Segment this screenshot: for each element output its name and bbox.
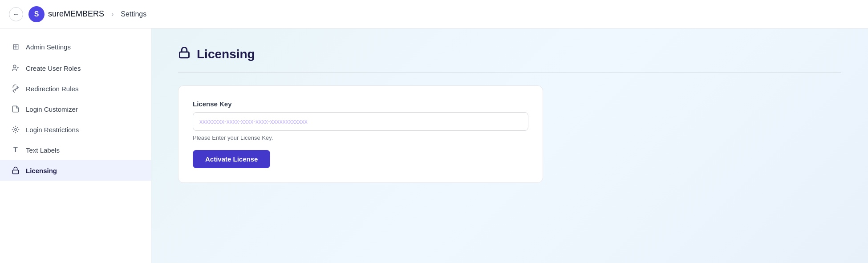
login-restrictions-icon [11, 125, 20, 134]
create-user-roles-icon [11, 64, 20, 72]
page-header-icon [178, 46, 191, 62]
sidebar-label-licensing: Licensing [26, 167, 57, 174]
sidebar-item-admin-settings[interactable]: ⊞ Admin Settings [0, 36, 151, 58]
redirection-rules-icon [11, 85, 20, 93]
sidebar-label-redirection-rules: Redirection Rules [26, 85, 78, 93]
license-card: License Key Please Enter your License Ke… [178, 85, 543, 183]
logo-text: sureMEMBERS [48, 9, 104, 19]
logo-sure: sure [48, 9, 64, 18]
admin-settings-icon: ⊞ [11, 42, 20, 52]
sidebar-item-login-customizer[interactable]: Login Customizer [0, 99, 151, 119]
sidebar-item-login-restrictions[interactable]: Login Restrictions [0, 119, 151, 140]
page-title: Licensing [197, 47, 255, 61]
svg-point-0 [13, 65, 16, 68]
breadcrumb-separator: › [111, 10, 114, 18]
back-button[interactable]: ← [9, 7, 23, 21]
sidebar-item-create-user-roles[interactable]: Create User Roles [0, 58, 151, 78]
activate-license-button[interactable]: Activate License [193, 150, 270, 168]
sidebar-item-licensing[interactable]: Licensing [0, 160, 151, 181]
sidebar-item-redirection-rules[interactable]: Redirection Rules [0, 78, 151, 99]
text-labels-icon: T [11, 146, 20, 154]
header-divider [178, 73, 841, 73]
breadcrumb-page: Settings [121, 10, 146, 18]
logo-members: MEMBERS [64, 9, 104, 18]
sidebar: ⊞ Admin Settings Create User Roles Redir… [0, 28, 151, 263]
logo-area: S sureMEMBERS [28, 6, 104, 22]
sidebar-label-login-restrictions: Login Restrictions [26, 126, 79, 134]
main-content: Licensing License Key Please Enter your … [151, 28, 868, 263]
sidebar-label-login-customizer: Login Customizer [26, 105, 78, 113]
license-key-hint: Please Enter your License Key. [193, 134, 528, 141]
main-layout: ⊞ Admin Settings Create User Roles Redir… [0, 28, 868, 263]
sidebar-item-text-labels[interactable]: T Text Labels [0, 140, 151, 160]
license-key-input[interactable] [193, 112, 528, 131]
logo-icon: S [28, 6, 45, 22]
licensing-icon [11, 166, 20, 174]
login-customizer-icon [11, 105, 20, 113]
svg-rect-4 [12, 170, 19, 174]
page-header: Licensing [178, 46, 841, 62]
sidebar-label-admin-settings: Admin Settings [26, 43, 71, 51]
top-nav: ← S sureMEMBERS › Settings [0, 0, 868, 28]
svg-point-3 [15, 129, 17, 131]
svg-rect-5 [180, 52, 189, 58]
sidebar-label-create-user-roles: Create User Roles [26, 65, 81, 72]
license-key-label: License Key [193, 100, 528, 108]
sidebar-label-text-labels: Text Labels [26, 146, 60, 154]
